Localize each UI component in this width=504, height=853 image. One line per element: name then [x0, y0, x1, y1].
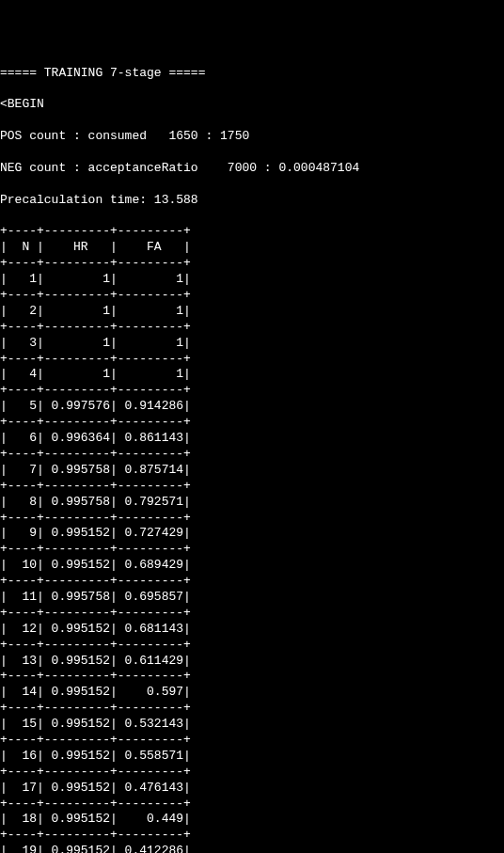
table-separator: +----+---------+---------+ — [0, 224, 504, 240]
table-separator: +----+---------+---------+ — [0, 797, 504, 813]
table-separator: +----+---------+---------+ — [0, 352, 504, 368]
precalc-line: Precalculation time: 13.588 — [0, 193, 504, 209]
table-separator: +----+---------+---------+ — [0, 606, 504, 622]
table-row: | 3| 1| 1| — [0, 336, 504, 352]
table-separator: +----+---------+---------+ — [0, 320, 504, 336]
table-separator: +----+---------+---------+ — [0, 447, 504, 463]
table-row: | 5| 0.997576| 0.914286| — [0, 399, 504, 415]
table-separator: +----+---------+---------+ — [0, 638, 504, 654]
table-separator: +----+---------+---------+ — [0, 383, 504, 399]
table-separator: +----+---------+---------+ — [0, 765, 504, 781]
table-separator: +----+---------+---------+ — [0, 701, 504, 717]
table-row: | 6| 0.996364| 0.861143| — [0, 431, 504, 447]
title-line: ===== TRAINING 7-stage ===== — [0, 66, 504, 82]
table-row: | 10| 0.995152| 0.689429| — [0, 558, 504, 574]
table-separator: +----+---------+---------+ — [0, 542, 504, 558]
neg-count-line: NEG count : acceptanceRatio 7000 : 0.000… — [0, 161, 504, 177]
table-row: | 18| 0.995152| 0.449| — [0, 812, 504, 828]
table-row: | 15| 0.995152| 0.532143| — [0, 717, 504, 733]
table-row: | 13| 0.995152| 0.611429| — [0, 654, 504, 670]
training-table: +----+---------+---------+| N | HR | FA … — [0, 224, 504, 853]
table-row: | 16| 0.995152| 0.558571| — [0, 749, 504, 765]
table-separator: +----+---------+---------+ — [0, 511, 504, 527]
table-separator: +----+---------+---------+ — [0, 669, 504, 685]
table-separator: +----+---------+---------+ — [0, 288, 504, 304]
table-row: | 19| 0.995152| 0.412286| — [0, 844, 504, 853]
table-separator: +----+---------+---------+ — [0, 574, 504, 590]
table-row: | 9| 0.995152| 0.727429| — [0, 526, 504, 542]
table-row: | 11| 0.995758| 0.695857| — [0, 590, 504, 606]
table-row: | 8| 0.995758| 0.792571| — [0, 495, 504, 511]
table-row: | 1| 1| 1| — [0, 272, 504, 288]
begin-tag: <BEGIN — [0, 97, 504, 113]
table-separator: +----+---------+---------+ — [0, 828, 504, 844]
table-separator: +----+---------+---------+ — [0, 733, 504, 749]
pos-count-line: POS count : consumed 1650 : 1750 — [0, 129, 504, 145]
table-row: | 12| 0.995152| 0.681143| — [0, 622, 504, 638]
table-row: | 7| 0.995758| 0.875714| — [0, 463, 504, 479]
table-separator: +----+---------+---------+ — [0, 256, 504, 272]
table-row: | 4| 1| 1| — [0, 367, 504, 383]
table-row: | 2| 1| 1| — [0, 304, 504, 320]
table-separator: +----+---------+---------+ — [0, 479, 504, 495]
table-row: | N | HR | FA | — [0, 240, 504, 256]
table-row: | 17| 0.995152| 0.476143| — [0, 781, 504, 797]
table-row: | 14| 0.995152| 0.597| — [0, 685, 504, 701]
table-separator: +----+---------+---------+ — [0, 415, 504, 431]
